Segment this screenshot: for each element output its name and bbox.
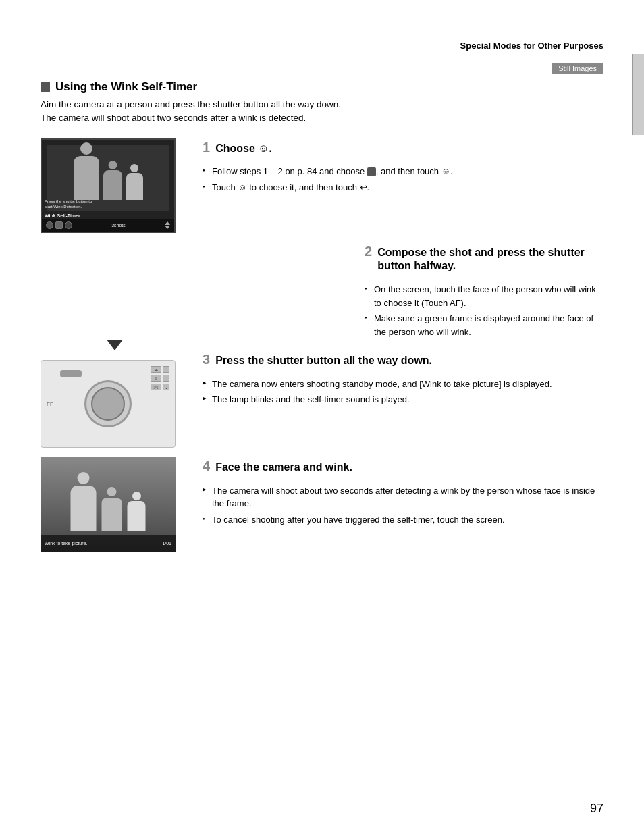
page-number: 97 bbox=[590, 802, 603, 816]
step-2-number: 2 bbox=[365, 244, 372, 259]
step-3-bullets: The camera now enters shooting standby m… bbox=[203, 377, 603, 407]
step-3-block: FF ☁ ⚙ bbox=[41, 350, 603, 448]
camera-screen-image: ↩ bbox=[41, 138, 176, 233]
step-4-block: Wink to take picture. 1/01 4 Face the ca… bbox=[41, 457, 603, 552]
step-2-heading: Compose the shot and press the shutter b… bbox=[377, 246, 603, 274]
step-4-bullet-1: The camera will shoot about two seconds … bbox=[203, 484, 603, 511]
section-icon bbox=[41, 82, 50, 92]
camera-body-image: FF ☁ ⚙ bbox=[41, 360, 176, 448]
step-4-content: 4 Face the camera and wink. The camera w… bbox=[203, 457, 603, 529]
down-arrow-indicator bbox=[107, 340, 123, 350]
chapter-title: Special Modes for Other Purposes bbox=[41, 41, 603, 51]
camera-lens bbox=[84, 380, 132, 427]
step-1-content: 1 Choose ☺. Follow steps 1 – 2 on p. 84 … bbox=[203, 138, 603, 197]
chapter-tab bbox=[632, 54, 644, 135]
step-3-image-col: FF ☁ ⚙ bbox=[41, 350, 189, 448]
step-2-bullets: On the screen, touch the face of the per… bbox=[365, 283, 603, 338]
step-4-image-col: Wink to take picture. 1/01 bbox=[41, 457, 189, 552]
step-3-bullet-2: The lamp blinks and the self-timer sound… bbox=[203, 393, 603, 407]
step-2-block: 2 Compose the shot and press the shutter… bbox=[41, 242, 603, 342]
step-1-bullet-2: Touch ☺ to choose it, and then touch ↩. bbox=[203, 181, 603, 194]
family-figures bbox=[71, 486, 146, 531]
step-1-heading: Choose ☺. bbox=[215, 142, 272, 156]
step-4-bullets: The camera will shoot about two seconds … bbox=[203, 484, 603, 527]
step-1-image-col: ↩ bbox=[41, 138, 189, 233]
header: Special Modes for Other Purposes Still I… bbox=[0, 0, 644, 74]
step-2-bullet-1: On the screen, touch the face of the per… bbox=[365, 283, 603, 309]
step-1-bullet-1: Follow steps 1 – 2 on p. 84 and choose ,… bbox=[203, 165, 603, 178]
family-photo-image: Wink to take picture. 1/01 bbox=[41, 457, 176, 552]
step-2-bullet-2: Make sure a green frame is displayed aro… bbox=[365, 312, 603, 338]
section-title-row: Using the Wink Self-Timer bbox=[41, 80, 603, 94]
camera-bottom-bar: 3shots bbox=[42, 219, 174, 232]
still-images-badge: Still Images bbox=[552, 63, 603, 74]
right-controls: ☁ ⚙ [⚙] Q bbox=[151, 366, 169, 390]
step-1-bullets: Follow steps 1 – 2 on p. 84 and choose ,… bbox=[203, 165, 603, 194]
section-intro: Aim the camera at a person and press the… bbox=[41, 98, 603, 126]
camera-screen-text: Press the shutter button tostart Wink De… bbox=[45, 199, 92, 210]
wink-photo-text: Wink to take picture. bbox=[45, 541, 87, 546]
step-4-bullet-2: To cancel shooting after you have trigge… bbox=[203, 513, 603, 527]
step-4-number: 4 bbox=[203, 459, 210, 474]
step-3-heading: Press the shutter button all the way dow… bbox=[215, 354, 432, 368]
step-2-content: 2 Compose the shot and press the shutter… bbox=[365, 242, 603, 342]
step-1-block: ↩ bbox=[41, 138, 603, 233]
shutter-button bbox=[60, 370, 82, 377]
step-3-content: 3 Press the shutter button all the way d… bbox=[203, 350, 603, 409]
shots-label: 3shots bbox=[111, 223, 126, 228]
camera-lens-inner bbox=[91, 387, 125, 421]
photo-bottom-overlay: Wink to take picture. 1/01 bbox=[41, 535, 176, 552]
photo-time: 1/01 bbox=[162, 541, 171, 546]
step-3-number: 3 bbox=[203, 352, 210, 367]
step-4-heading: Face the camera and wink. bbox=[215, 461, 352, 475]
step-1-number: 1 bbox=[203, 140, 210, 155]
divider bbox=[41, 130, 603, 130]
main-content: Using the Wink Self-Timer Aim the camera… bbox=[0, 80, 644, 588]
step-3-bullet-1: The camera now enters shooting standby m… bbox=[203, 377, 603, 391]
wink-self-timer-label: Wink Self-Timer bbox=[45, 213, 80, 218]
section-title: Using the Wink Self-Timer bbox=[55, 80, 197, 94]
